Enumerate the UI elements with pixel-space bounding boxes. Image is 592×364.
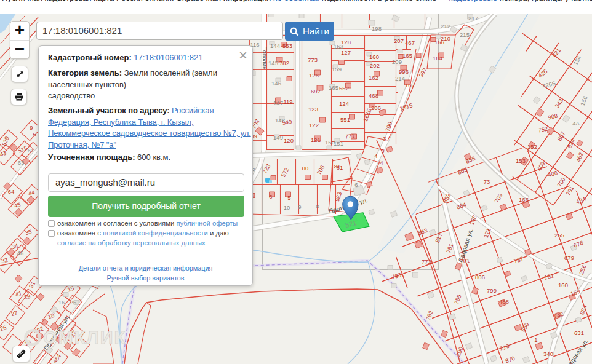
svg-text:145: 145 xyxy=(268,60,278,66)
svg-text:152: 152 xyxy=(527,143,537,150)
svg-text:126: 126 xyxy=(309,72,319,79)
svg-text:6: 6 xyxy=(269,193,272,200)
svg-text:10: 10 xyxy=(284,204,290,211)
svg-text:127: 127 xyxy=(341,49,351,56)
svg-text:772: 772 xyxy=(422,258,431,265)
svg-text:8: 8 xyxy=(316,203,319,210)
svg-text:631: 631 xyxy=(574,330,584,336)
svg-text:151: 151 xyxy=(334,140,343,147)
svg-text:340: 340 xyxy=(543,350,553,357)
svg-text:771: 771 xyxy=(345,132,355,140)
svg-text:9: 9 xyxy=(298,204,301,210)
svg-text:488: 488 xyxy=(499,298,509,305)
svg-text:ОМКЛИК: ОМКЛИК xyxy=(43,328,126,347)
svg-text:144: 144 xyxy=(270,42,280,49)
svg-text:25: 25 xyxy=(70,299,77,306)
svg-text:147: 147 xyxy=(273,100,283,106)
svg-text:198: 198 xyxy=(372,25,382,32)
svg-text:4: 4 xyxy=(374,152,377,159)
svg-text:119: 119 xyxy=(283,98,292,105)
svg-text:212: 212 xyxy=(441,23,450,30)
svg-text:81: 81 xyxy=(337,164,343,171)
svg-text:215: 215 xyxy=(460,31,470,38)
svg-text:6: 6 xyxy=(354,181,358,188)
svg-text:551: 551 xyxy=(340,116,350,123)
svg-text:121: 121 xyxy=(311,136,321,143)
svg-text:996: 996 xyxy=(399,68,409,75)
svg-text:165: 165 xyxy=(402,52,412,59)
svg-text:553: 553 xyxy=(282,42,292,49)
svg-text:5: 5 xyxy=(287,194,290,201)
svg-text:782: 782 xyxy=(279,60,289,66)
svg-text:122: 122 xyxy=(309,122,319,129)
svg-text:124: 124 xyxy=(339,100,349,107)
svg-text:146: 146 xyxy=(271,80,281,87)
svg-text:160: 160 xyxy=(558,282,568,288)
svg-text:9: 9 xyxy=(30,124,33,131)
svg-text:73: 73 xyxy=(484,178,490,185)
svg-text:5: 5 xyxy=(366,170,369,176)
svg-text:207: 207 xyxy=(394,38,404,44)
svg-text:159: 159 xyxy=(332,66,342,73)
svg-text:3: 3 xyxy=(381,148,384,154)
svg-text:149: 149 xyxy=(273,134,283,141)
svg-text:166: 166 xyxy=(434,39,444,46)
svg-text:162: 162 xyxy=(369,74,378,81)
svg-text:165: 165 xyxy=(329,84,338,91)
svg-text:64: 64 xyxy=(8,188,15,195)
svg-text:80: 80 xyxy=(302,165,309,172)
svg-text:468: 468 xyxy=(369,92,378,99)
svg-text:Тополин: Тополин xyxy=(262,47,268,70)
svg-text:166: 166 xyxy=(519,196,529,203)
svg-text:163: 163 xyxy=(334,43,343,50)
svg-text:1: 1 xyxy=(534,336,537,343)
svg-text:61: 61 xyxy=(28,147,34,154)
svg-text:799: 799 xyxy=(487,287,497,294)
svg-text:5: 5 xyxy=(33,131,36,138)
svg-text:773: 773 xyxy=(308,57,318,63)
svg-text:3: 3 xyxy=(383,135,386,142)
svg-text:255: 255 xyxy=(554,232,564,239)
svg-text:467: 467 xyxy=(405,39,415,46)
svg-text:4А: 4А xyxy=(572,120,580,127)
svg-text:160: 160 xyxy=(369,53,379,60)
svg-text:202: 202 xyxy=(370,62,380,69)
svg-text:167: 167 xyxy=(405,82,415,89)
svg-text:46: 46 xyxy=(17,250,24,256)
svg-text:164: 164 xyxy=(433,55,442,61)
svg-text:217: 217 xyxy=(468,15,478,22)
svg-text:806: 806 xyxy=(475,274,485,280)
svg-text:697: 697 xyxy=(311,88,321,95)
svg-text:63: 63 xyxy=(18,159,25,166)
svg-text:209: 209 xyxy=(392,58,402,65)
svg-text:123: 123 xyxy=(308,106,318,113)
svg-text:679: 679 xyxy=(564,255,574,261)
svg-text:206: 206 xyxy=(371,105,381,111)
svg-text:549: 549 xyxy=(282,118,292,126)
svg-text:214: 214 xyxy=(395,75,405,82)
svg-text:552: 552 xyxy=(339,85,349,92)
svg-text:16: 16 xyxy=(58,299,65,306)
svg-text:153: 153 xyxy=(516,157,526,164)
svg-text:4: 4 xyxy=(380,159,383,166)
svg-text:120: 120 xyxy=(284,137,294,144)
